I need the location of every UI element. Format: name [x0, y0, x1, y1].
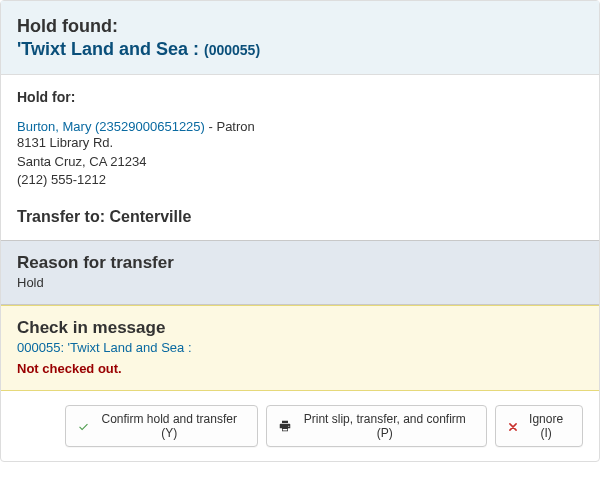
close-icon	[508, 421, 518, 431]
address-line-1: 8131 Library Rd.	[17, 134, 583, 153]
panel-title: Hold found: 'Twixt Land and Sea : (00005…	[17, 15, 583, 62]
reason-heading: Reason for transfer	[17, 253, 583, 273]
patron-type: - Patron	[205, 119, 255, 134]
transfer-destination: Centerville	[109, 208, 191, 225]
item-title: 'Twixt Land and Sea :	[17, 39, 199, 59]
print-button[interactable]: Print slip, transfer, and confirm (P)	[266, 405, 487, 447]
button-row: Confirm hold and transfer (Y) Print slip…	[49, 391, 599, 461]
print-icon	[279, 420, 291, 432]
barcode-wrap: (000055)	[204, 42, 260, 58]
item-barcode-link[interactable]: 000055	[209, 42, 256, 58]
confirm-button[interactable]: Confirm hold and transfer (Y)	[65, 405, 258, 447]
patron-line: Burton, Mary (23529000651225) - Patron	[17, 119, 583, 134]
checkin-item-line: 000055: 'Twixt Land and Sea :	[17, 340, 583, 355]
address-line-2: Santa Cruz, CA 21234	[17, 153, 583, 172]
transfer-to-line: Transfer to: Centerville	[17, 208, 583, 226]
checkin-status: Not checked out.	[17, 361, 583, 376]
reason-value: Hold	[17, 275, 583, 290]
checkin-section: Check in message 000055: 'Twixt Land and…	[1, 305, 599, 391]
phone-line: (212) 555-1212	[17, 171, 583, 190]
ignore-button-label: Ignore (I)	[522, 412, 570, 440]
panel-header: Hold found: 'Twixt Land and Sea : (00005…	[1, 1, 599, 75]
hold-found-panel: Hold found: 'Twixt Land and Sea : (00005…	[0, 0, 600, 462]
hold-for-label: Hold for:	[17, 89, 583, 105]
reason-section: Reason for transfer Hold	[1, 240, 599, 305]
print-button-label: Print slip, transfer, and confirm (P)	[295, 412, 474, 440]
hold-found-label: Hold found:	[17, 16, 118, 36]
item-title-line: 'Twixt Land and Sea : (000055)	[17, 39, 260, 59]
ignore-button[interactable]: Ignore (I)	[495, 405, 583, 447]
hold-for-section: Hold for: Burton, Mary (23529000651225) …	[1, 75, 599, 241]
confirm-button-label: Confirm hold and transfer (Y)	[93, 412, 245, 440]
patron-link[interactable]: Burton, Mary (23529000651225)	[17, 119, 205, 134]
check-icon	[78, 421, 89, 432]
transfer-label: Transfer to:	[17, 208, 109, 225]
checkin-heading: Check in message	[17, 318, 583, 338]
